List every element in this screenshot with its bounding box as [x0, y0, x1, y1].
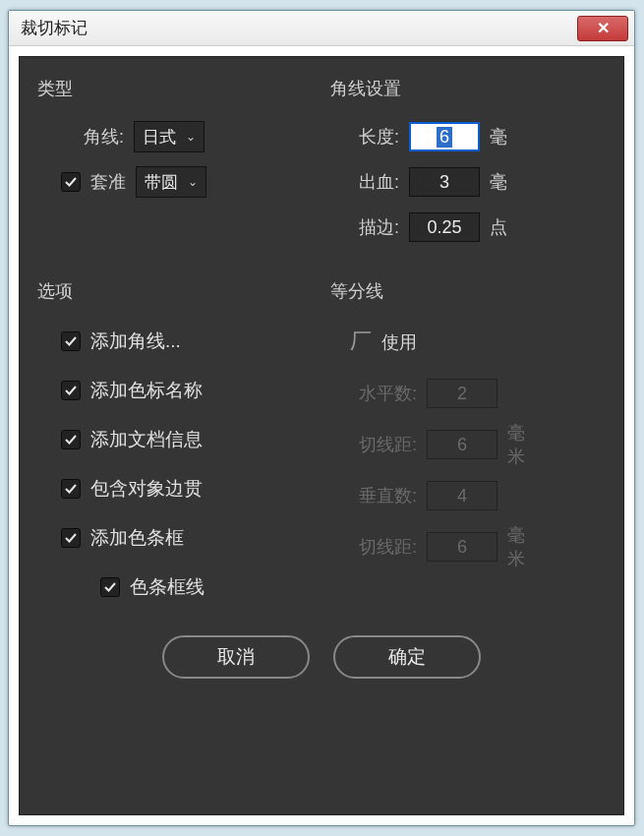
corner-settings-title: 角线设置	[330, 77, 606, 100]
length-label: 长度:	[330, 125, 399, 149]
titlebar[interactable]: 裁切标记 ✕	[9, 11, 634, 46]
option-label: 色条框线	[130, 574, 205, 600]
use-checkbox[interactable]: 厂	[350, 332, 372, 352]
option-label: 添加色条框	[90, 525, 184, 551]
option-checkbox[interactable]	[61, 381, 81, 400]
divider-title: 等分线	[330, 279, 606, 303]
vgap-unit: 毫米	[507, 523, 535, 570]
options-title: 选项	[37, 279, 313, 303]
option-checkbox[interactable]	[100, 577, 120, 597]
divider-group: 等分线 厂 使用 水平数: 2 切线距: 6 毫米 垂直数: 4	[330, 279, 606, 612]
vgap-input: 6	[427, 532, 498, 562]
check-icon	[64, 384, 78, 397]
ok-button[interactable]: 确定	[333, 635, 481, 679]
stroke-label: 描边:	[330, 215, 399, 239]
option-checkbox[interactable]	[61, 479, 81, 499]
check-icon	[103, 580, 117, 594]
length-input[interactable]: 6	[409, 122, 480, 151]
bleed-unit: 毫	[490, 170, 517, 194]
use-label: 使用	[381, 330, 417, 354]
register-label: 套准	[90, 170, 126, 194]
option-label: 添加角线...	[90, 328, 181, 354]
check-icon	[64, 482, 78, 496]
check-icon	[64, 433, 78, 447]
corner-settings-group: 角线设置 长度: 6 毫 出血: 3 毫 描边: 0.25 点	[330, 77, 606, 250]
option-label: 添加文档信息	[90, 427, 203, 452]
vcount-label: 垂直数:	[330, 484, 417, 508]
option-row: 色条框线	[37, 563, 313, 612]
stroke-input[interactable]: 0.25	[409, 212, 480, 242]
chevron-down-icon: ⌄	[186, 130, 196, 144]
corner-style-label: 角线:	[61, 125, 124, 149]
corner-style-dropdown[interactable]: 日式 ⌄	[134, 121, 205, 152]
stroke-unit: 点	[490, 215, 517, 239]
check-icon	[64, 175, 78, 189]
check-icon	[64, 334, 78, 348]
type-group-title: 类型	[37, 77, 313, 100]
button-bar: 取消 确定	[37, 635, 606, 679]
hcount-label: 水平数:	[330, 382, 417, 405]
options-group: 选项 添加角线...添加色标名称添加文档信息包含对象边贯添加色条框色条框线	[37, 279, 313, 612]
option-row: 添加色条框	[37, 513, 313, 563]
hgap-unit: 毫米	[507, 421, 535, 468]
option-row: 包含对象边贯	[37, 464, 313, 513]
corner-style-value: 日式	[143, 126, 176, 149]
chevron-down-icon: ⌄	[188, 175, 198, 189]
vcount-input: 4	[427, 481, 498, 510]
option-checkbox[interactable]	[61, 430, 81, 449]
option-checkbox[interactable]	[61, 331, 81, 351]
cancel-button[interactable]: 取消	[162, 635, 310, 679]
option-row: 添加色标名称	[37, 366, 313, 415]
hgap-label: 切线距:	[330, 433, 417, 456]
option-checkbox[interactable]	[61, 528, 81, 548]
option-label: 包含对象边贯	[90, 476, 203, 502]
option-label: 添加色标名称	[90, 378, 203, 403]
vgap-label: 切线距:	[330, 535, 417, 559]
bottom-columns: 选项 添加角线...添加色标名称添加文档信息包含对象边贯添加色条框色条框线 等分…	[37, 279, 606, 612]
bleed-input[interactable]: 3	[409, 167, 480, 197]
check-icon	[64, 531, 78, 545]
register-dropdown[interactable]: 带圆 ⌄	[136, 166, 206, 198]
length-unit: 毫	[490, 125, 517, 149]
close-button[interactable]: ✕	[577, 16, 628, 41]
hcount-input: 2	[427, 379, 498, 408]
window-title: 裁切标记	[21, 17, 88, 39]
top-columns: 类型 角线: 日式 ⌄ 套准 带圆 ⌄	[37, 77, 606, 250]
hgap-input: 6	[427, 430, 498, 459]
dialog-window: 裁切标记 ✕ 类型 角线: 日式 ⌄ 套准	[8, 10, 635, 826]
register-value: 带圆	[145, 171, 178, 194]
dialog-content: 类型 角线: 日式 ⌄ 套准 带圆 ⌄	[19, 56, 624, 815]
type-group: 类型 角线: 日式 ⌄ 套准 带圆 ⌄	[37, 77, 313, 250]
bleed-label: 出血:	[330, 170, 399, 194]
register-checkbox[interactable]	[61, 172, 81, 192]
option-row: 添加文档信息	[37, 415, 313, 464]
option-row: 添加角线...	[37, 317, 313, 366]
close-icon: ✕	[597, 21, 610, 36]
